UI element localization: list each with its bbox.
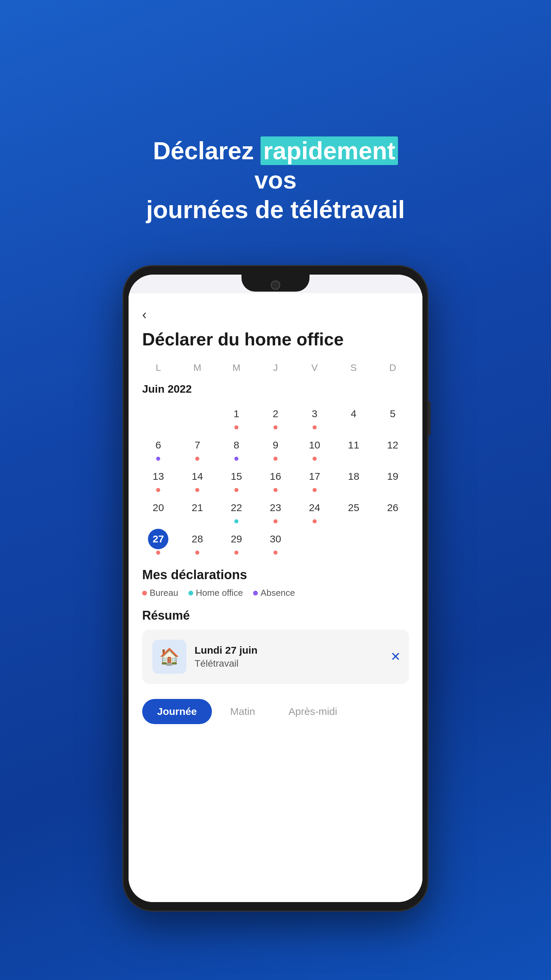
cal-cell-30[interactable]: 30 [256,526,295,557]
tab-apres-midi[interactable]: Après-midi [273,699,352,724]
day-label-m2: M [217,360,256,376]
legend-bureau: Bureau [142,588,178,598]
legend: Bureau Home office Absence [142,588,409,598]
cal-cell-8[interactable]: 8 [217,432,256,463]
app-content: ‹ Déclarer du home office L M M J V S D [129,293,422,902]
calendar-week-5: 27 28 29 30 0 0 0 [139,526,412,557]
screen-content: ‹ Déclarer du home office L M M J V S D [129,293,422,902]
day-label-v: V [295,360,334,376]
declarations-section: Mes déclarations Bureau Home office A [129,557,422,601]
hero-line1-before: Déclarez [153,137,260,164]
calendar: L M M J V S D Juin 2022 0 0 1 [129,360,422,557]
cal-cell-6[interactable]: 6 [139,432,178,463]
cal-cell[interactable]: 0 [139,401,178,432]
legend-label-absence: Absence [260,588,295,598]
resume-date: Lundi 27 juin [195,644,399,656]
cal-cell-empty2: 0 [334,526,373,557]
day-label-m1: M [178,360,217,376]
cal-cell-1[interactable]: 1 [217,401,256,432]
phone-side-button [428,401,430,435]
resume-card: 🏠 Lundi 27 juin Télétravail ✕ [142,630,409,684]
resume-section: Résumé 🏠 Lundi 27 juin Télétravail ✕ [129,601,422,691]
hero-section: Déclarez rapidement vos journées de télé… [78,68,473,224]
tab-selector: Journée Matin Après-midi [129,691,422,732]
cal-cell-15[interactable]: 15 [217,463,256,495]
legend-dot-absence [253,591,258,595]
cal-cell-11[interactable]: 11 [334,432,373,463]
calendar-week-2: 6 7 8 9 10 11 12 [139,432,412,463]
cal-cell-17[interactable]: 17 [295,463,334,495]
home-icon: 🏠 [152,640,186,674]
cal-cell-27[interactable]: 27 [139,526,178,557]
phone-device: ‹ Déclarer du home office L M M J V S D [122,265,429,912]
cal-cell-18[interactable]: 18 [334,463,373,495]
calendar-week-4: 20 21 22 23 24 25 26 [139,495,412,526]
resume-type: Télétravail [195,658,399,669]
tab-journee[interactable]: Journée [142,699,212,724]
legend-label-bureau: Bureau [150,588,178,598]
day-label-s: S [334,360,373,376]
hero-highlight: rapidement [260,137,398,165]
cal-cell-29[interactable]: 29 [217,526,256,557]
tab-matin[interactable]: Matin [215,699,270,724]
page-title: Déclarer du home office [129,326,422,360]
cal-cell-21[interactable]: 21 [178,495,217,526]
cal-cell-26[interactable]: 26 [373,495,412,526]
cal-cell-19[interactable]: 19 [373,463,412,495]
calendar-day-headers: L M M J V S D [139,360,412,376]
hero-line1-after: vos [254,166,297,194]
legend-homeoffice: Home office [189,588,243,598]
cal-cell-4[interactable]: 4 [334,401,373,432]
cal-cell-empty1: 0 [295,526,334,557]
hero-text: Déclarez rapidement vos journées de télé… [105,136,446,224]
close-button[interactable]: ✕ [391,649,401,664]
cal-cell-16[interactable]: 16 [256,463,295,495]
cal-cell-20[interactable]: 20 [139,495,178,526]
cal-cell-23[interactable]: 23 [256,495,295,526]
cal-cell-5[interactable]: 5 [373,401,412,432]
phone-screen: ‹ Déclarer du home office L M M J V S D [129,275,422,902]
day-label-j: J [256,360,295,376]
cal-cell-14[interactable]: 14 [178,463,217,495]
cal-cell-9[interactable]: 9 [256,432,295,463]
cal-cell-13[interactable]: 13 [139,463,178,495]
cal-cell-25[interactable]: 25 [334,495,373,526]
declarations-title: Mes déclarations [142,568,409,582]
cal-cell-empty3: 0 [373,526,412,557]
cal-cell-10[interactable]: 10 [295,432,334,463]
cal-cell-3[interactable]: 3 [295,401,334,432]
back-button[interactable]: ‹ [129,293,422,326]
cal-cell-12[interactable]: 12 [373,432,412,463]
legend-dot-homeoffice [189,591,193,595]
calendar-week-3: 13 14 15 16 17 18 19 [139,463,412,495]
cal-cell-22[interactable]: 22 [217,495,256,526]
calendar-month: Juin 2022 [139,379,412,401]
cal-cell-24[interactable]: 24 [295,495,334,526]
legend-dot-bureau [142,591,147,595]
legend-absence: Absence [253,588,295,598]
calendar-week-1: 0 0 1 2 3 4 5 [139,401,412,432]
resume-title: Résumé [142,608,409,623]
cal-cell-7[interactable]: 7 [178,432,217,463]
day-label-d: D [373,360,412,376]
day-label-l: L [139,360,178,376]
cal-cell[interactable]: 0 [178,401,217,432]
phone-notch [241,275,310,292]
phone-camera [271,280,280,290]
legend-label-homeoffice: Home office [196,588,243,598]
hero-line2: journées de télétravail [146,196,405,223]
cal-cell-28[interactable]: 28 [178,526,217,557]
resume-info: Lundi 27 juin Télétravail [195,644,399,669]
cal-cell-2[interactable]: 2 [256,401,295,432]
